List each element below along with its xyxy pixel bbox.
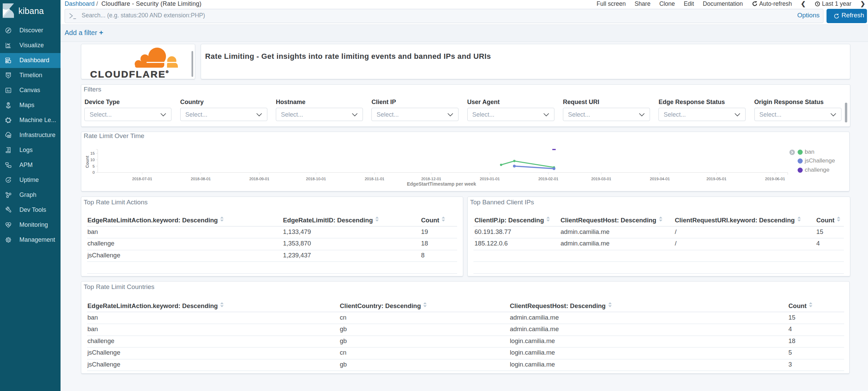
svg-text:10: 10 <box>90 158 95 162</box>
svg-text:Count: Count <box>85 155 90 168</box>
svg-text:2019-04-01: 2019-04-01 <box>650 177 670 181</box>
svg-text:2019-05-01: 2019-05-01 <box>706 177 727 181</box>
svg-text:2018-10-01: 2018-10-01 <box>306 177 326 181</box>
svg-text:2018-07-01: 2018-07-01 <box>132 177 152 181</box>
svg-text:0: 0 <box>93 170 95 174</box>
svg-text:2018-09-01: 2018-09-01 <box>249 177 269 181</box>
svg-text:2018-12-01: 2018-12-01 <box>421 177 441 181</box>
svg-text:2019-01-01: 2019-01-01 <box>480 177 500 181</box>
svg-text:2019-03-01: 2019-03-01 <box>591 177 611 181</box>
svg-text:2019-06-01: 2019-06-01 <box>765 177 785 181</box>
svg-text:2018-11-01: 2018-11-01 <box>365 177 384 181</box>
svg-text:2019-02-01: 2019-02-01 <box>538 177 558 181</box>
svg-text:2018-08-01: 2018-08-01 <box>191 177 211 181</box>
svg-text:15: 15 <box>90 151 95 155</box>
svg-text:5: 5 <box>93 164 95 168</box>
svg-text:EdgeStartTimestamp per week: EdgeStartTimestamp per week <box>407 181 476 187</box>
